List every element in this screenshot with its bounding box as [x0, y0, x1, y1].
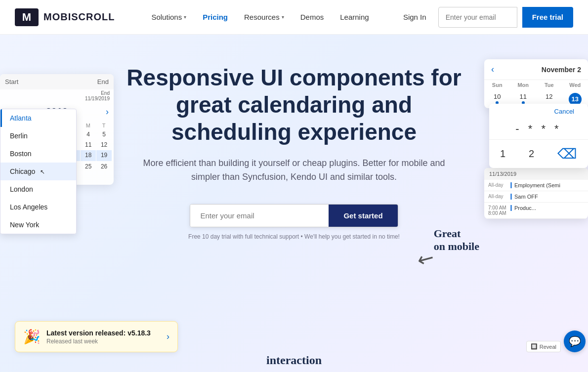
november-cal-header: ‹ November 2: [484, 59, 588, 80]
get-started-button[interactable]: Get started: [329, 205, 397, 227]
hero-title: Responsive UI components forgreat calend…: [116, 64, 472, 146]
schedule-event-3[interactable]: Produc...: [510, 205, 584, 211]
pin-cancel-button[interactable]: Cancel: [547, 104, 581, 119]
nav-links: Solutions ▾ Pricing Resources ▾ Demos Le…: [144, 9, 396, 25]
navbar: MOBISCROLL Solutions ▾ Pricing Resources…: [0, 0, 588, 35]
nov-cal-prev-button[interactable]: ‹: [491, 64, 494, 75]
schedule-allday-2: All-day: [488, 194, 510, 199]
cal-cell[interactable]: 26: [96, 162, 112, 171]
mobile-label-line1: Great: [434, 227, 479, 240]
notification-subtitle: Released last week: [46, 338, 161, 345]
mobile-label: Great on mobile: [434, 227, 479, 253]
notification-banner: 🎉 Latest version released: v5.18.3 Relea…: [15, 321, 178, 352]
notification-title: Latest version released: v5.18.3: [46, 329, 161, 337]
cal-start-label: Start: [5, 78, 18, 85]
schedule-event-1[interactable]: Employment (Semi: [510, 182, 584, 188]
logo-area: MOBISCROLL: [15, 8, 115, 26]
cal-cell[interactable]: 5: [96, 129, 112, 139]
cursor-icon: ↖: [40, 168, 45, 175]
chevron-down-icon: ▾: [184, 14, 186, 20]
schedule-time-3: 7:00 AM8:00 AM: [488, 205, 510, 216]
schedule-date: 11/13/2019: [484, 168, 588, 180]
pin-num-3: ⌫: [553, 142, 581, 166]
cal-cell[interactable]: 18: [81, 150, 96, 161]
dropdown-item-boston[interactable]: Boston: [0, 145, 76, 163]
reveal-icon: 🔲: [531, 343, 538, 350]
party-icon: 🎉: [23, 329, 41, 345]
cal-day-tue: Tue: [536, 80, 562, 90]
dropdown-item-berlin[interactable]: Berlin: [0, 127, 76, 145]
pin-display: - * * *: [489, 119, 588, 139]
hero-cta: Get started: [190, 204, 398, 227]
november-cal-title: November 2: [542, 66, 581, 74]
dropdown-item-london[interactable]: London: [0, 180, 76, 198]
nav-right: Sign In Free trial: [396, 7, 573, 28]
date-end-badge: End11/19/2019: [0, 89, 114, 102]
chat-icon: 💬: [569, 335, 581, 347]
hero-subtitle: More efficient than building it yourself…: [141, 156, 447, 185]
mobile-label-line2: on mobile: [434, 240, 479, 253]
resources-label: Resources: [244, 13, 280, 21]
city-dropdown: Atlanta Berlin Boston Chicago ↖ London L…: [0, 109, 77, 234]
schedule-widget: 11/13/2019 All-day Employment (Semi All-…: [484, 168, 588, 219]
nav-item-pricing[interactable]: Pricing: [196, 9, 235, 25]
calendar-header: Start End: [0, 74, 114, 89]
learning-label: Learning: [340, 13, 369, 21]
dropdown-item-atlanta[interactable]: Atlanta: [0, 109, 76, 127]
dropdown-item-chicago[interactable]: Chicago ↖: [0, 163, 76, 180]
dropdown-item-losangeles[interactable]: Los Angeles: [0, 198, 76, 216]
cal-next-button[interactable]: ›: [106, 107, 109, 117]
hero-tagline: Free 10 day trial with full technical su…: [188, 233, 400, 240]
cal-day-wed: Wed: [562, 80, 588, 90]
notification-text: Latest version released: v5.18.3 Release…: [46, 329, 161, 345]
hero-section: Atlanta Berlin Boston Chicago ↖ London L…: [0, 35, 588, 372]
schedule-row-1: All-day Employment (Semi: [484, 180, 588, 191]
logo-text: MOBISCROLL: [43, 11, 115, 23]
interaction-text: interaction: [266, 354, 322, 367]
cal-day-sun: Sun: [484, 80, 510, 90]
nav-item-learning[interactable]: Learning: [333, 9, 376, 25]
schedule-event-2[interactable]: Sam OFF: [510, 194, 584, 200]
dropdown-item-newyork[interactable]: New York: [0, 216, 76, 234]
reveal-badge: 🔲 Reveal: [526, 341, 561, 352]
cal-cell[interactable]: 19: [96, 150, 112, 161]
logo-icon: [15, 8, 39, 26]
pin-num-1[interactable]: 1: [496, 144, 509, 164]
nav-item-solutions[interactable]: Solutions ▾: [144, 9, 193, 25]
cal-cell[interactable]: 4: [81, 129, 96, 139]
nav-item-resources[interactable]: Resources ▾: [237, 9, 291, 25]
demos-label: Demos: [300, 13, 324, 21]
november-calendar: ‹ November 2 Sun Mon Tue Wed 10 11 12 13: [484, 59, 588, 108]
hero-email-input[interactable]: [190, 205, 329, 227]
schedule-allday-1: All-day: [488, 182, 510, 188]
pin-widget: Cancel - * * * 1 2 ⌫: [489, 104, 588, 168]
chevron-down-icon-resources: ▾: [282, 14, 284, 20]
pricing-label: Pricing: [203, 13, 228, 21]
solutions-label: Solutions: [151, 13, 182, 21]
pin-num-2[interactable]: 2: [525, 144, 538, 164]
reveal-label: Reveal: [540, 344, 556, 350]
cal-cell[interactable]: 25: [81, 162, 96, 171]
nav-email-input[interactable]: [438, 7, 517, 28]
cal-day-mon: Mon: [510, 80, 537, 90]
nav-item-demos[interactable]: Demos: [294, 9, 331, 25]
schedule-row-2: All-day Sam OFF: [484, 191, 588, 203]
notification-arrow-icon[interactable]: ›: [167, 331, 169, 342]
schedule-row-3: 7:00 AM8:00 AM Produc...: [484, 203, 588, 219]
cal-end-label: End: [97, 78, 109, 85]
cal-cell[interactable]: 12: [96, 140, 112, 150]
signin-button[interactable]: Sign In: [396, 9, 433, 25]
chat-button[interactable]: 💬: [564, 331, 586, 352]
cal-cell[interactable]: 11: [81, 140, 96, 150]
free-trial-button[interactable]: Free trial: [522, 7, 573, 28]
